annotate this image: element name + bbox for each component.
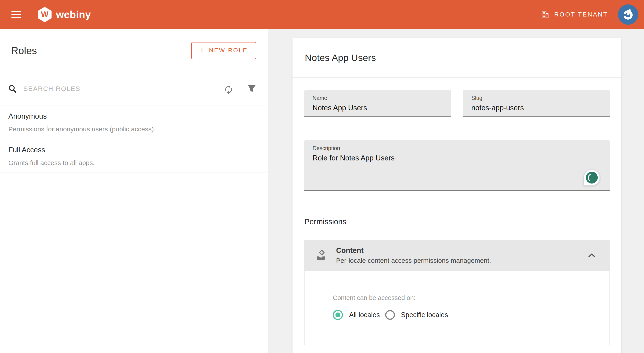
refresh-button[interactable]: [224, 84, 234, 94]
permissions-section-subtitle: Per-locale content access permissions ma…: [336, 257, 491, 265]
role-description: Grants full access to all apps.: [8, 159, 259, 167]
role-detail-card-header: Notes App Users: [292, 38, 621, 78]
radio-all-locales[interactable]: All locales: [333, 310, 380, 320]
new-role-button[interactable]: + NEW ROLE: [191, 42, 256, 59]
role-name: Anonymous: [8, 112, 259, 120]
name-field-label: Name: [312, 95, 444, 101]
search-icon: [8, 84, 17, 93]
tenant-label: ROOT TENANT: [554, 11, 608, 18]
permissions-section-content-header[interactable]: Content Per-locale content access permis…: [304, 240, 610, 271]
radio-all-locales-label: All locales: [349, 311, 380, 319]
description-field[interactable]: Description Role for Notes App Users: [304, 140, 610, 191]
slug-field[interactable]: Slug notes-app-users: [463, 90, 610, 117]
chevron-up-icon: [588, 253, 595, 257]
permissions-accordion: Content Per-locale content access permis…: [304, 240, 610, 345]
building-icon: [541, 10, 549, 19]
permissions-section-title: Content: [336, 246, 491, 255]
roles-panel: Roles + NEW ROLE: [0, 29, 268, 353]
webiny-logo-hexagon-icon: W: [38, 7, 52, 22]
main-content: Roles + NEW ROLE: [0, 29, 644, 353]
search-bar: [0, 72, 268, 105]
permissions-heading: Permissions: [304, 217, 610, 226]
role-name: Full Access: [8, 146, 259, 154]
user-avatar[interactable]: [618, 4, 638, 25]
new-role-button-label: NEW ROLE: [209, 47, 248, 54]
tenant-selector[interactable]: ROOT TENANT: [541, 10, 608, 19]
ballot-box-icon: [316, 250, 326, 261]
brand-wordmark: webiny: [56, 8, 91, 20]
chat-widget-button[interactable]: [584, 169, 600, 186]
plus-icon: +: [200, 45, 204, 55]
content-access-label: Content can be accessed on:: [333, 294, 610, 302]
radio-specific-locales-label: Specific locales: [401, 311, 448, 319]
role-list-item-full-access[interactable]: Full Access Grants full access to all ap…: [0, 139, 268, 173]
locale-options: All locales Specific locales: [333, 310, 610, 320]
radio-specific-locales[interactable]: Specific locales: [385, 310, 448, 320]
refresh-icon: [224, 84, 234, 94]
roles-panel-header: Roles + NEW ROLE: [0, 29, 268, 72]
name-field-value: Notes App Users: [312, 103, 444, 112]
menu-button[interactable]: [12, 11, 21, 18]
webiny-admin-app: W webiny ROOT TENANT: [0, 0, 644, 353]
slug-field-value: notes-app-users: [471, 103, 603, 112]
name-field[interactable]: Name Notes App Users: [304, 90, 451, 117]
role-detail-form: Name Notes App Users Slug notes-app-user…: [292, 78, 621, 345]
name-slug-row: Name Notes App Users Slug notes-app-user…: [304, 90, 610, 117]
permissions-section-content-body: Content can be accessed on: All locales …: [304, 271, 610, 345]
role-detail-area: Notes App Users Name Notes App Users Slu…: [268, 29, 644, 353]
search-input[interactable]: [23, 85, 224, 92]
filter-button[interactable]: [247, 84, 256, 93]
chat-widget-icon: [586, 171, 598, 184]
description-field-label: Description: [312, 145, 603, 151]
page-title: Roles: [11, 45, 37, 56]
role-description: Permissions for anonymous users (public …: [8, 125, 259, 133]
collapse-section-button[interactable]: [588, 253, 595, 257]
menu-icon: [12, 11, 21, 12]
roles-list: Anonymous Permissions for anonymous user…: [0, 105, 268, 173]
role-detail-card: Notes App Users Name Notes App Users Slu…: [292, 38, 621, 353]
role-detail-title: Notes App Users: [305, 52, 376, 63]
app-header: W webiny ROOT TENANT: [0, 0, 644, 29]
slug-field-label: Slug: [471, 95, 603, 101]
description-field-value: Role for Notes App Users: [312, 154, 603, 162]
radio-unselected-icon: [385, 310, 395, 320]
filter-icon: [247, 84, 256, 93]
webiny-logo: W webiny: [38, 7, 91, 22]
role-list-item-anonymous[interactable]: Anonymous Permissions for anonymous user…: [0, 105, 268, 139]
power-icon: [622, 8, 634, 21]
logo-initial: W: [41, 10, 48, 19]
radio-selected-icon: [333, 310, 343, 320]
